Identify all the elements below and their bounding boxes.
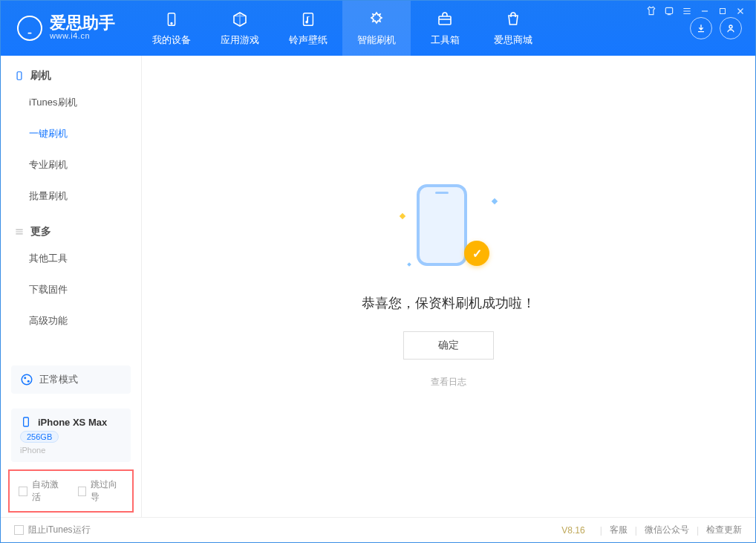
ok-button[interactable]: 确定 bbox=[403, 331, 494, 360]
app-name: 爱思助手 bbox=[50, 15, 115, 31]
sidebar-item-oneclick-flash[interactable]: 一键刷机 bbox=[29, 118, 141, 149]
tab-ringtones[interactable]: 铃声壁纸 bbox=[274, 1, 342, 56]
checkbox-auto-activate[interactable]: 自动激活 bbox=[19, 478, 65, 504]
flash-options-box: 自动激活 跳过向导 bbox=[8, 469, 134, 513]
svg-point-4 bbox=[171, 23, 172, 25]
svg-point-7 bbox=[729, 25, 732, 28]
checkbox-skip-setup[interactable]: 跳过向导 bbox=[78, 478, 124, 504]
mode-icon bbox=[20, 373, 33, 386]
sidebar-section-more: 更多 bbox=[1, 212, 141, 243]
svg-rect-2 bbox=[28, 33, 32, 34]
svg-point-11 bbox=[27, 380, 30, 383]
close-icon[interactable] bbox=[735, 6, 746, 16]
tab-toolbox[interactable]: 工具箱 bbox=[411, 1, 479, 56]
version-label: V8.16 bbox=[561, 525, 584, 536]
ringtones-icon bbox=[299, 10, 318, 29]
svg-rect-1 bbox=[720, 9, 726, 14]
success-illustration: ✓ bbox=[400, 184, 497, 273]
apps-icon bbox=[230, 10, 250, 29]
tab-flash[interactable]: 智能刷机 bbox=[342, 1, 411, 56]
mode-label: 正常模式 bbox=[39, 373, 78, 386]
tab-store[interactable]: 爱思商城 bbox=[479, 1, 547, 56]
device-capacity-badge: 256GB bbox=[20, 431, 59, 443]
svg-point-10 bbox=[24, 377, 26, 379]
titlebar: 爱思助手 www.i4.cn 我的设备 应用游戏 铃声壁纸 智能刷机 工具箱 爱… bbox=[1, 1, 755, 56]
app-logo: 爱思助手 www.i4.cn bbox=[17, 15, 115, 41]
check-update-link[interactable]: 检查更新 bbox=[706, 524, 742, 536]
window-controls bbox=[646, 6, 746, 16]
device-icon bbox=[162, 10, 181, 29]
main-content: ✓ 恭喜您，保资料刷机成功啦！ 确定 查看日志 bbox=[142, 56, 755, 517]
minimize-icon[interactable] bbox=[700, 6, 710, 16]
mode-card[interactable]: 正常模式 bbox=[11, 365, 131, 394]
check-icon: ✓ bbox=[464, 241, 489, 266]
device-icon bbox=[20, 416, 32, 428]
view-log-link[interactable]: 查看日志 bbox=[431, 376, 466, 388]
svg-rect-0 bbox=[665, 7, 672, 13]
main-tabs: 我的设备 应用游戏 铃声壁纸 智能刷机 工具箱 爱思商城 bbox=[137, 1, 547, 56]
checkbox-block-itunes[interactable]: 阻止iTunes运行 bbox=[14, 524, 91, 536]
statusbar: 阻止iTunes运行 V8.16 | 客服 | 微信公众号 | 检查更新 bbox=[1, 517, 755, 542]
svg-rect-12 bbox=[24, 417, 29, 426]
store-icon bbox=[504, 10, 523, 29]
sidebar-item-pro-flash[interactable]: 专业刷机 bbox=[29, 149, 141, 181]
sidebar-section-flash: 刷机 bbox=[1, 56, 141, 87]
skin-icon[interactable] bbox=[646, 6, 656, 16]
maximize-icon[interactable] bbox=[717, 6, 728, 16]
app-domain: www.i4.cn bbox=[50, 31, 115, 41]
success-message: 恭喜您，保资料刷机成功啦！ bbox=[362, 294, 535, 312]
user-button[interactable] bbox=[720, 17, 742, 39]
support-link[interactable]: 客服 bbox=[610, 524, 628, 536]
svg-rect-6 bbox=[439, 16, 451, 25]
more-icon bbox=[14, 227, 25, 237]
menu-icon[interactable] bbox=[682, 6, 692, 16]
tab-apps[interactable]: 应用游戏 bbox=[206, 1, 274, 56]
toolbox-icon bbox=[435, 10, 454, 29]
feedback-icon[interactable] bbox=[664, 6, 674, 16]
logo-icon bbox=[17, 16, 42, 41]
tab-device[interactable]: 我的设备 bbox=[137, 1, 206, 56]
sidebar-item-other-tools[interactable]: 其他工具 bbox=[29, 243, 141, 274]
flash-icon bbox=[367, 10, 386, 29]
wechat-link[interactable]: 微信公众号 bbox=[645, 524, 689, 536]
sidebar: 刷机 iTunes刷机 一键刷机 专业刷机 批量刷机 更多 其他工具 下载固件 … bbox=[1, 56, 142, 517]
sidebar-item-itunes-flash[interactable]: iTunes刷机 bbox=[29, 87, 141, 118]
device-card[interactable]: iPhone XS Max 256GB iPhone bbox=[11, 409, 131, 462]
phone-icon bbox=[417, 184, 467, 266]
phone-icon bbox=[14, 71, 25, 81]
sidebar-item-download-fw[interactable]: 下载固件 bbox=[29, 274, 141, 305]
svg-point-9 bbox=[22, 374, 32, 385]
device-type: iPhone bbox=[20, 446, 122, 455]
device-name-text: iPhone XS Max bbox=[38, 417, 107, 428]
sidebar-item-advanced[interactable]: 高级功能 bbox=[29, 305, 141, 336]
titlebar-right bbox=[690, 17, 742, 39]
sidebar-item-batch-flash[interactable]: 批量刷机 bbox=[29, 181, 141, 212]
svg-rect-8 bbox=[17, 72, 22, 80]
download-button[interactable] bbox=[690, 17, 712, 39]
